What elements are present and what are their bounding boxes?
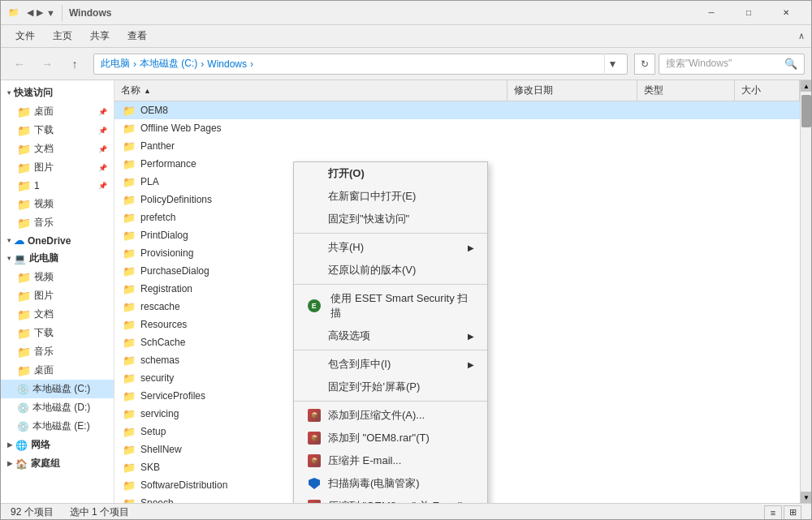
ctx-add-to-oem8-rar[interactable]: 📦 添加到 "OEM8.rar"(T) [294,427,487,449]
sidebar-item-desktop-pc[interactable]: 📁 桌面 [1,361,114,380]
folder-icon: 📁 [121,140,137,153]
sidebar-item-docs-qa[interactable]: 📁 文档 📌 [1,140,114,158]
title-bar-forward[interactable]: ▶ [37,7,43,18]
back-button[interactable]: ← [7,52,32,76]
folder-icon: 📁 [121,230,137,242]
sidebar-drive-d[interactable]: 💿 本地磁盘 (D:) [1,398,114,417]
folder-icon: 📁 [121,212,137,224]
ctx-arrow: ▶ [468,360,474,369]
ctx-add-to-library[interactable]: 包含到库中(I) ▶ [294,353,487,376]
ctx-restore-version[interactable]: 还原以前的版本(V) [294,259,487,281]
shield-blue-icon [307,476,322,491]
sidebar-label: 音乐 [34,216,54,230]
col-header-name[interactable]: 名称 ▲ [114,80,508,101]
col-header-size[interactable]: 大小 [735,80,800,101]
sidebar-item-downloads-qa[interactable]: 📁 下载 📌 [1,121,114,140]
folder-icon: 📁 [121,355,137,367]
title-bar-recent[interactable]: ▼ [46,8,55,18]
ctx-compress-email[interactable]: 📦 压缩并 E-mail... [294,449,487,472]
sidebar-this-pc[interactable]: ▾ 💻 此电脑 [1,249,114,268]
restore-icon [307,263,322,277]
sidebar-item-music-pc[interactable]: 📁 音乐 [1,342,114,361]
address-bar[interactable]: 此电脑 › 本地磁盘 (C:) › Windows › ▼ [93,54,628,75]
view-grid-button[interactable]: ⊞ [784,505,801,520]
search-icon[interactable]: 🔍 [784,58,797,70]
ctx-pin-quick-access[interactable]: 固定到"快速访问" [294,208,487,230]
menu-share[interactable]: 共享 [82,26,118,46]
file-area: 名称 ▲ 修改日期 类型 大小 📁 OEM8 [114,80,800,503]
pin-start-icon [307,380,322,394]
menu-view[interactable]: 查看 [119,26,155,46]
minimize-button[interactable]: ─ [693,1,730,25]
ctx-open[interactable]: 打开(O) [294,162,487,185]
col-header-type[interactable]: 类型 [637,80,735,101]
folder-icon: 📁 [121,337,137,349]
sidebar-label: 音乐 [34,345,54,359]
folder-icon: 📁 [17,308,31,321]
ctx-compress-email-2[interactable]: 📦 压缩到 "OEM8.rar" 并 E-mail [294,495,487,503]
winrar-icon-3: 📦 [307,453,322,468]
sidebar-label: 文档 [34,142,54,156]
menu-home[interactable]: 主页 [45,26,80,46]
sidebar-item-pics-qa[interactable]: 📁 图片 📌 [1,158,114,177]
scroll-down[interactable]: ▼ [801,492,811,503]
col-header-date[interactable]: 修改日期 [508,80,637,101]
ctx-advanced[interactable]: 高级选项 ▶ [294,324,487,347]
folder-icon: 📁 [17,179,31,192]
sidebar-homegroup[interactable]: ▶ 🏠 家庭组 [1,454,114,473]
sidebar-item-1-qa[interactable]: 📁 1 📌 [1,177,114,195]
title-bar-back[interactable]: ◀ [27,7,33,18]
up-button[interactable]: ↑ [63,52,87,76]
scroll-up[interactable]: ▲ [801,80,811,92]
folder-icon: 📁 [17,271,31,284]
network-label: 网络 [31,438,50,452]
view-list-button[interactable]: ≡ [764,505,782,520]
ctx-add-to-rar[interactable]: 📦 添加到压缩文件(A)... [294,404,487,427]
file-row-panther[interactable]: 📁 Panther [114,137,800,155]
sidebar-label: 桌面 [34,105,54,118]
sidebar-item-pics-pc[interactable]: 📁 图片 [1,286,114,305]
folder-icon: 📁 [17,364,31,377]
sidebar-onedrive[interactable]: ▾ ☁ OneDrive [1,232,114,249]
sidebar-item-video-qa[interactable]: 📁 视频 [1,195,114,213]
sidebar-item-downloads-pc[interactable]: 📁 下载 [1,324,114,342]
homegroup-label: 家庭组 [31,457,60,471]
quick-access-label: 快速访问 [14,86,53,100]
address-local-disk[interactable]: 本地磁盘 (C:) [140,57,197,71]
ctx-pin-start[interactable]: 固定到'开始'屏幕(P) [294,376,487,398]
sidebar-item-docs-pc[interactable]: 📁 文档 [1,305,114,324]
sidebar-network[interactable]: ▶ 🌐 网络 [1,436,114,454]
winrar-icon-4: 📦 [307,499,322,503]
sidebar-item-desktop-qa[interactable]: 📁 桌面 📌 [1,102,114,121]
ctx-scan-virus[interactable]: 扫描病毒(电脑管家) [294,472,487,495]
file-header: 名称 ▲ 修改日期 类型 大小 [114,80,800,101]
eset-icon: E [307,299,321,313]
maximize-button[interactable]: □ [730,1,767,25]
file-row-oem8[interactable]: 📁 OEM8 [114,101,800,119]
address-windows[interactable]: Windows [207,58,247,70]
address-dropdown[interactable]: ▼ [604,54,620,75]
file-row-offline[interactable]: 📁 Offline Web Pages [114,119,800,137]
sidebar-quick-access[interactable]: ▾ 快速访问 [1,84,114,102]
address-this-pc[interactable]: 此电脑 [101,57,130,71]
sidebar-item-video-pc[interactable]: 📁 视频 [1,268,114,286]
onedrive-chevron: ▾ [7,237,11,244]
homegroup-icon: 🏠 [15,458,28,470]
ctx-share[interactable]: 共享(H) ▶ [294,236,487,259]
sidebar-drive-c[interactable]: 💿 本地磁盘 (C:) [1,380,114,398]
close-button[interactable]: ✕ [767,1,805,25]
folder-icon: 📁 [121,158,137,170]
menu-file[interactable]: 文件 [7,26,43,46]
refresh-button[interactable]: ↻ [634,54,655,75]
folder-icon: 📁 [121,283,137,295]
search-bar[interactable]: 搜索"Windows" 🔍 [659,54,805,75]
ctx-open-new-window[interactable]: 在新窗口中打开(E) [294,185,487,208]
sidebar-label: 下载 [34,326,54,340]
title-bar-icons: 📁 ◀ ▶ ▼ Windows [7,5,111,21]
sidebar-item-music-qa[interactable]: 📁 音乐 [1,213,114,232]
ctx-eset-scan[interactable]: E 使用 ESET Smart Security 扫描 [294,287,487,324]
sidebar-drive-e[interactable]: 💿 本地磁盘 (E:) [1,417,114,436]
right-scrollbar[interactable]: ▲ ▼ [800,80,811,503]
menu-chevron[interactable]: ∧ [798,31,805,41]
forward-button[interactable]: → [35,52,59,76]
